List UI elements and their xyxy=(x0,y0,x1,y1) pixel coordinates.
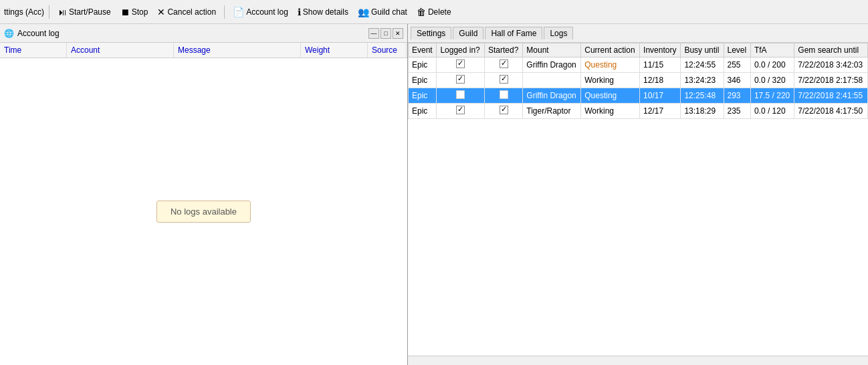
col-header-account[interactable]: Account xyxy=(67,43,174,57)
window-controls: — □ ✕ xyxy=(368,28,403,39)
cancel-icon: ✕ xyxy=(157,7,165,17)
account-log-icon: 📄 xyxy=(233,7,244,17)
delete-icon: 🗑 xyxy=(417,7,426,17)
guild-chat-button[interactable]: 👥 Guild chat xyxy=(354,5,411,19)
mount-cell: Griffin Dragon xyxy=(523,57,581,73)
th-inventory: Inventory xyxy=(640,43,681,57)
level-cell: 235 xyxy=(724,104,750,119)
started-cell xyxy=(484,57,522,73)
mount-cell xyxy=(523,73,581,88)
event-cell: Epic xyxy=(409,104,437,119)
current-action-cell: Questing xyxy=(581,88,640,104)
event-cell: Epic xyxy=(409,57,437,73)
show-details-label: Show details xyxy=(303,7,348,17)
event-cell: Epic xyxy=(409,88,437,104)
checkbox-icon xyxy=(500,75,508,84)
th-logged-in: Logged in? xyxy=(437,43,485,57)
checkbox-icon xyxy=(500,59,508,68)
th-level: Level xyxy=(724,43,750,57)
th-mount: Mount xyxy=(523,43,581,57)
inventory-cell: 12/18 xyxy=(640,73,681,88)
guild-table-header-row: Event Logged in? Started? Mount Current … xyxy=(409,43,868,57)
level-cell: 293 xyxy=(724,88,750,104)
screen: ttings (Acc) ⏯ Start/Pause ⏹ Stop ✕ Canc… xyxy=(0,0,868,365)
log-table-header: Time Account Message Weight Source xyxy=(0,43,407,58)
col-header-weight[interactable]: Weight xyxy=(301,43,368,57)
th-busy-until: Busy until xyxy=(681,43,724,57)
busy-until-cell: 12:24:55 xyxy=(681,57,724,73)
delete-button[interactable]: 🗑 Delete xyxy=(413,5,455,19)
th-tfa: TfA xyxy=(750,43,794,57)
th-current-action: Current action xyxy=(581,43,640,57)
event-cell: Epic xyxy=(409,73,437,88)
show-details-icon: ℹ xyxy=(298,7,301,17)
busy-until-cell: 13:24:23 xyxy=(681,73,724,88)
stop-button[interactable]: ⏹ Stop xyxy=(117,5,152,19)
scrollbar-horizontal[interactable] xyxy=(408,356,868,365)
tfa-cell: 0.0 / 120 xyxy=(750,104,794,119)
tab-guild[interactable]: Guild xyxy=(453,27,483,39)
table-row[interactable]: EpicGriffin DragonQuesting11/1512:24:552… xyxy=(409,57,868,73)
table-row[interactable]: EpicWorking12/1813:24:233460.0 / 3207/22… xyxy=(409,73,868,88)
guild-table: Event Logged in? Started? Mount Current … xyxy=(408,43,868,356)
started-cell xyxy=(484,104,522,119)
logged-in-cell xyxy=(437,73,485,88)
cancel-action-button[interactable]: ✕ Cancel action xyxy=(154,5,219,19)
sep-1 xyxy=(49,5,49,19)
sep-2 xyxy=(224,5,225,19)
tab-logs[interactable]: Logs xyxy=(544,27,573,39)
started-cell xyxy=(484,88,522,104)
started-cell xyxy=(484,73,522,88)
restore-button[interactable]: □ xyxy=(381,28,391,39)
table-row[interactable]: EpicTiger/RaptorWorking12/1713:18:292350… xyxy=(409,104,868,119)
stop-icon: ⏹ xyxy=(120,7,130,17)
toolbar: ttings (Acc) ⏯ Start/Pause ⏹ Stop ✕ Canc… xyxy=(0,0,868,24)
tfa-cell: 0.0 / 320 xyxy=(750,73,794,88)
start-pause-label: Start/Pause xyxy=(69,7,111,17)
no-logs-message: No logs available xyxy=(156,201,251,223)
window-titlebar: 🌐 Account log — □ ✕ xyxy=(0,24,407,43)
show-details-button[interactable]: ℹ Show details xyxy=(294,5,352,19)
account-log-button[interactable]: 📄 Account log xyxy=(229,5,292,19)
start-pause-icon: ⏯ xyxy=(58,7,67,17)
col-header-time[interactable]: Time xyxy=(0,43,67,57)
inventory-cell: 11/15 xyxy=(640,57,681,73)
delete-label: Delete xyxy=(428,7,451,17)
level-cell: 346 xyxy=(724,73,750,88)
th-started: Started? xyxy=(484,43,522,57)
inventory-cell: 10/17 xyxy=(640,88,681,104)
mount-cell: Griffin Dragon xyxy=(523,88,581,104)
table-row[interactable]: EpicGriffin DragonQuesting10/1712:25:482… xyxy=(409,88,868,104)
minimize-button[interactable]: — xyxy=(368,28,379,39)
tfa-cell: 0.0 / 200 xyxy=(750,57,794,73)
current-action-cell: Working xyxy=(581,104,640,119)
content-area: 🌐 Account log — □ ✕ Time Account Message… xyxy=(0,24,868,365)
mount-cell: Tiger/Raptor xyxy=(523,104,581,119)
level-cell: 255 xyxy=(724,57,750,73)
th-event: Event xyxy=(409,43,437,57)
logged-in-cell xyxy=(437,104,485,119)
log-table-body: No logs available xyxy=(0,58,407,365)
busy-until-cell: 12:25:48 xyxy=(681,88,724,104)
checkbox-icon xyxy=(456,59,465,68)
col-header-message[interactable]: Message xyxy=(174,43,301,57)
tab-settings[interactable]: Settings xyxy=(411,27,451,39)
inventory-cell: 12/17 xyxy=(640,104,681,119)
col-header-source[interactable]: Source xyxy=(368,43,407,57)
window-title-group: 🌐 Account log xyxy=(4,29,60,38)
guild-panel: Settings Guild Hall of Fame Logs Event L… xyxy=(408,24,868,365)
cancel-action-label: Cancel action xyxy=(167,7,216,17)
account-log-label: Account log xyxy=(246,7,288,17)
tab-hall-of-fame[interactable]: Hall of Fame xyxy=(485,27,542,39)
logged-in-cell xyxy=(437,57,485,73)
gem-search-until-cell: 7/22/2018 3:42:03 xyxy=(794,57,868,73)
th-gem-search-until: Gem search until xyxy=(794,43,868,57)
checkbox-icon xyxy=(456,75,465,84)
window-icon: 🌐 xyxy=(4,29,14,38)
guild-chat-icon: 👥 xyxy=(358,7,369,17)
logged-in-cell xyxy=(437,88,485,104)
close-button[interactable]: ✕ xyxy=(393,28,403,39)
start-pause-button[interactable]: ⏯ Start/Pause xyxy=(54,5,114,19)
checkbox-icon xyxy=(456,106,465,114)
gem-search-until-cell: 7/22/2018 2:17:58 xyxy=(794,73,868,88)
